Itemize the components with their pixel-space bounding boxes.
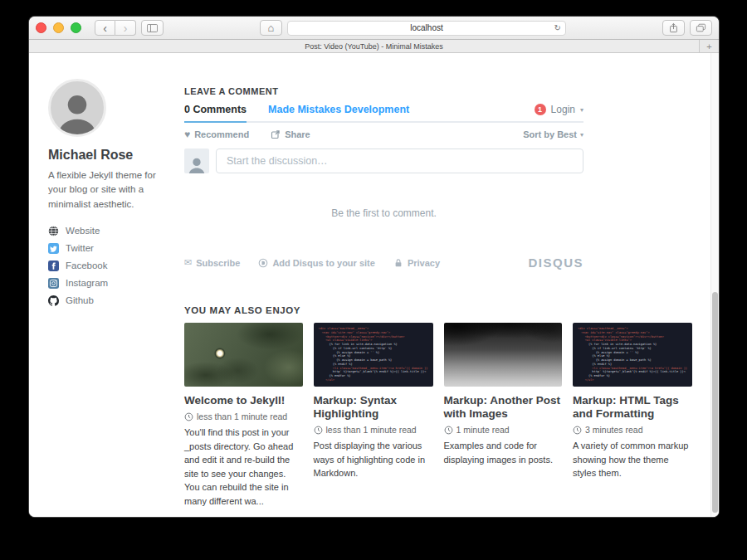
url-text: localhost [410, 23, 442, 32]
add-disqus-link[interactable]: Add Disqus to your site [258, 258, 374, 268]
code-screenshot: <div class="masthead__menu"> <nav id="si… [573, 323, 692, 387]
zoom-window-button[interactable] [71, 22, 81, 33]
read-time-label: 1 minute read [456, 425, 510, 435]
envelope-icon: ✉ [184, 258, 192, 267]
related-grid: Welcome to Jekyll!less than 1 minute rea… [184, 323, 692, 508]
foggy-tree-photo [444, 323, 563, 387]
related-card[interactable]: Markup: Another Post with Images1 minute… [444, 323, 563, 508]
card-excerpt: Examples and code for displaying images … [444, 439, 563, 466]
scrollbar-track[interactable] [710, 53, 719, 517]
refresh-icon[interactable]: ↻ [554, 24, 561, 32]
tab-comment-count[interactable]: 0 Comments [184, 104, 247, 123]
clock-icon [573, 426, 582, 435]
related-card[interactable]: <div class="masthead__menu"> <nav id="si… [573, 323, 692, 508]
instagram-icon [48, 278, 59, 289]
sidebar-link-label: Website [66, 226, 100, 236]
related-card[interactable]: <div class="masthead__menu"> <nav id="si… [314, 323, 433, 508]
share-icon [271, 129, 281, 139]
forward-button[interactable]: › [115, 20, 136, 36]
share-label: Share [285, 129, 310, 139]
login-label: Login [551, 104, 575, 115]
sort-selector[interactable]: Sort by Best ▾ [523, 129, 583, 139]
sidebar-toggle-button[interactable] [141, 20, 164, 36]
clock-icon [184, 412, 193, 421]
address-bar[interactable]: localhost ↻ [287, 21, 566, 36]
sidebar-link-twitter[interactable]: Twitter [48, 243, 174, 254]
show-tabs-button[interactable] [690, 20, 712, 36]
plus-icon: + [706, 41, 711, 51]
back-icon: ‹ [103, 22, 107, 34]
disqus-actions: ♥ Recommend Share Sort by Best ▾ [184, 129, 583, 139]
sidebar-link-label: Facebook [66, 261, 108, 270]
card-title[interactable]: Markup: Another Post with Images [444, 394, 563, 421]
sidebar-link-instagram[interactable]: Instagram [48, 278, 174, 289]
author-avatar [48, 79, 106, 137]
code-snippet-text: <div class="masthead__menu"> <nav id="si… [319, 327, 428, 382]
sidebar-link-facebook[interactable]: Facebook [48, 261, 174, 271]
clock-icon [444, 426, 453, 435]
green-texture-photo [184, 323, 303, 387]
card-title[interactable]: Markup: Syntax Highlighting [314, 394, 433, 421]
card-title[interactable]: Welcome to Jekyll! [184, 394, 303, 407]
code-snippet-text: <div class="masthead__menu"> <nav id="si… [578, 327, 687, 382]
share-button[interactable] [662, 20, 685, 36]
comments-section: LEAVE A COMMENT 0 Comments Made Mistakes… [184, 86, 583, 270]
back-button[interactable]: ‹ [95, 20, 115, 36]
close-window-button[interactable] [36, 22, 46, 33]
sidebar-link-label: Github [66, 295, 94, 305]
browser-toolbar: ‹ › ⌂ localhost ↻ [29, 17, 719, 40]
sidebar-link-label: Twitter [66, 243, 94, 253]
sidebar-link-github[interactable]: Github [48, 295, 174, 306]
card-read-time: less than 1 minute read [314, 425, 433, 435]
home-button[interactable]: ⌂ [260, 20, 282, 36]
related-posts-section: YOU MAY ALSO ENJOY Welcome to Jekyll!les… [184, 305, 692, 508]
card-read-time: 1 minute read [444, 425, 563, 435]
read-time-label: less than 1 minute read [197, 411, 287, 421]
home-icon: ⌂ [268, 22, 275, 34]
related-card[interactable]: Welcome to Jekyll!less than 1 minute rea… [184, 323, 303, 508]
card-read-time: 3 minutes read [573, 425, 692, 435]
disqus-logo[interactable]: DISQUS [528, 256, 583, 270]
disqus-tabs: 0 Comments Made Mistakes Development 1 L… [184, 104, 583, 123]
person-silhouette-icon [53, 88, 101, 136]
lock-icon [393, 258, 403, 268]
card-title[interactable]: Markup: HTML Tags and Formatting [573, 394, 692, 421]
facebook-icon [48, 261, 59, 271]
card-read-time: less than 1 minute read [184, 411, 303, 421]
nav-buttons: ‹ › [95, 20, 136, 36]
safari-window: ‹ › ⌂ localhost ↻ Post: Video (YouTube) … [29, 17, 719, 517]
login-control[interactable]: 1 Login ▾ [535, 104, 583, 115]
author-bio: A flexible Jekyll theme for your blog or… [48, 168, 166, 212]
window-controls [36, 22, 81, 33]
add-disqus-label: Add Disqus to your site [272, 258, 374, 268]
recommend-button[interactable]: ♥ Recommend [184, 129, 249, 139]
chevron-down-icon: ▾ [580, 106, 583, 114]
new-tab-button[interactable]: + [699, 40, 719, 52]
person-silhouette-icon [187, 155, 207, 173]
page-content: Michael Rose A flexible Jekyll theme for… [29, 53, 719, 517]
tab-bar: Post: Video (YouTube) - Minimal Mistakes… [29, 40, 719, 53]
subscribe-link[interactable]: ✉ Subscribe [184, 258, 240, 268]
comments-heading: LEAVE A COMMENT [184, 86, 583, 96]
share-sheet-icon [669, 22, 678, 33]
comment-compose [184, 149, 583, 173]
sort-label: Sort by Best [523, 129, 577, 139]
tab-community-link[interactable]: Made Mistakes Development [268, 104, 409, 115]
clock-icon [314, 426, 323, 435]
author-name: Michael Rose [48, 148, 174, 163]
disqus-footer: ✉ Subscribe Add Disqus to your site Priv… [184, 256, 583, 270]
minimize-window-button[interactable] [53, 22, 64, 33]
active-tab[interactable]: Post: Video (YouTube) - Minimal Mistakes [305, 42, 443, 51]
privacy-link[interactable]: Privacy [393, 258, 440, 268]
chevron-down-icon: ▾ [580, 131, 583, 139]
globe-icon [48, 226, 59, 236]
read-time-label: less than 1 minute read [326, 425, 417, 435]
scrollbar-thumb[interactable] [712, 292, 718, 513]
code-screenshot: <div class="masthead__menu"> <nav id="si… [314, 323, 433, 387]
comment-input[interactable] [216, 149, 583, 173]
card-excerpt: You'll find this post in your _posts dir… [184, 426, 303, 508]
privacy-label: Privacy [408, 258, 440, 268]
guest-avatar [184, 149, 209, 173]
sidebar-link-website[interactable]: Website [48, 226, 174, 236]
share-thread-button[interactable]: Share [271, 129, 310, 139]
